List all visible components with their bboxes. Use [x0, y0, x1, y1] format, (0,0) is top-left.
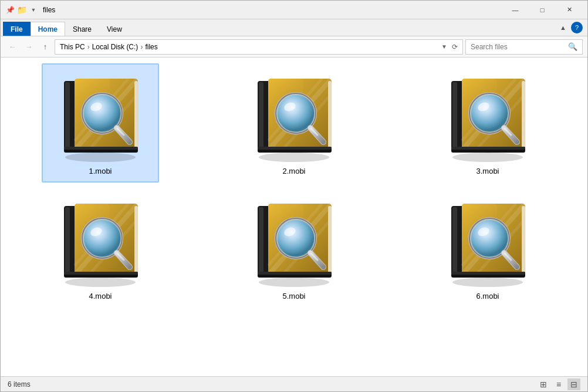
path-chevron-down: ▼: [441, 43, 447, 50]
window-controls: — □ ✕: [502, 1, 583, 19]
svg-rect-90: [259, 207, 263, 274]
file-label-5: 5.mobi: [282, 292, 305, 300]
forward-button[interactable]: →: [22, 40, 36, 54]
svg-rect-46: [452, 82, 457, 149]
file-item-1[interactable]: 1.mobi: [42, 63, 159, 183]
file-grid: 1.mobi: [1, 58, 587, 376]
view-controls: ⊞ ≡ ⊟: [537, 379, 580, 390]
file-label-3: 3.mobi: [476, 167, 499, 175]
svg-rect-40: [328, 81, 332, 148]
mobi-icon-1: [53, 70, 147, 164]
item-count: 6 items: [8, 380, 31, 388]
svg-point-0: [65, 153, 136, 162]
tab-view[interactable]: View: [99, 22, 130, 36]
tab-file[interactable]: File: [3, 22, 31, 36]
file-item-2[interactable]: 2.mobi: [235, 63, 353, 183]
pin-icon: 📌: [5, 5, 15, 15]
search-icon[interactable]: 🔍: [568, 42, 577, 51]
address-bar: ← → ↑ This PC › Local Disk (C:) › files …: [1, 36, 587, 58]
up-button[interactable]: ↑: [38, 40, 52, 54]
path-local-disk: Local Disk (C:): [92, 43, 138, 51]
svg-rect-2: [65, 82, 70, 149]
svg-point-22: [259, 153, 329, 162]
svg-point-66: [65, 278, 136, 287]
ribbon-collapse-icon[interactable]: ▲: [555, 24, 571, 31]
dropdown-icon: ▼: [29, 5, 38, 15]
file-label-2: 2.mobi: [282, 167, 305, 175]
svg-rect-43: [258, 147, 332, 150]
svg-point-44: [452, 153, 523, 162]
folder-icon: 📁: [17, 5, 26, 15]
title-bar: 📌 📁 ▼ files — □ ✕: [1, 1, 587, 19]
svg-point-88: [259, 278, 329, 287]
mobi-icon-6: [441, 195, 535, 289]
file-item-6[interactable]: 6.mobi: [429, 188, 546, 307]
file-label-1: 1.mobi: [89, 167, 111, 175]
svg-rect-18: [134, 81, 138, 148]
svg-rect-68: [65, 207, 70, 274]
svg-point-110: [452, 278, 523, 287]
file-item-5[interactable]: 5.mobi: [235, 188, 353, 307]
back-button[interactable]: ←: [5, 40, 19, 54]
svg-rect-131: [451, 272, 525, 275]
search-input[interactable]: [471, 43, 566, 51]
window-title: files: [43, 6, 502, 14]
svg-rect-24: [259, 82, 263, 149]
mobi-icon-3: [441, 70, 535, 164]
path-this-pc: This PC: [60, 43, 85, 51]
tab-share[interactable]: Share: [65, 22, 99, 36]
help-icon[interactable]: ?: [571, 22, 583, 33]
svg-rect-106: [328, 206, 332, 273]
mobi-icon-5: [247, 195, 341, 289]
quick-access-icons: 📌 📁 ▼: [5, 5, 38, 15]
svg-rect-128: [522, 206, 525, 273]
maximize-button[interactable]: □: [529, 1, 556, 19]
path-refresh-btn[interactable]: ⟳: [452, 43, 458, 51]
mobi-icon-2: [247, 70, 341, 164]
address-path[interactable]: This PC › Local Disk (C:) › files ▼ ⟳: [55, 39, 463, 55]
ribbon-tabs: File Home Share View ▲ ?: [1, 19, 587, 36]
ribbon: File Home Share View ▲ ?: [1, 19, 587, 36]
large-icons-view-button[interactable]: ⊞: [537, 379, 550, 390]
svg-rect-62: [522, 81, 525, 148]
minimize-button[interactable]: —: [502, 1, 529, 19]
svg-rect-21: [64, 147, 138, 150]
svg-rect-84: [134, 206, 138, 273]
file-item-3[interactable]: 3.mobi: [429, 63, 546, 183]
svg-rect-109: [258, 272, 332, 275]
svg-rect-87: [64, 272, 138, 275]
mobi-icon-4: [53, 195, 147, 289]
close-button[interactable]: ✕: [556, 1, 583, 19]
path-files: files: [145, 43, 157, 51]
search-box[interactable]: 🔍: [465, 39, 583, 55]
tab-home[interactable]: Home: [31, 22, 65, 36]
file-label-4: 4.mobi: [89, 292, 111, 300]
status-bar: 6 items ⊞ ≡ ⊟: [1, 376, 587, 391]
file-item-4[interactable]: 4.mobi: [42, 188, 159, 307]
details-view-button[interactable]: ≡: [552, 379, 565, 390]
content-view-button[interactable]: ⊟: [567, 379, 580, 390]
svg-rect-65: [451, 147, 525, 150]
file-label-6: 6.mobi: [476, 292, 499, 300]
svg-rect-112: [452, 207, 457, 274]
